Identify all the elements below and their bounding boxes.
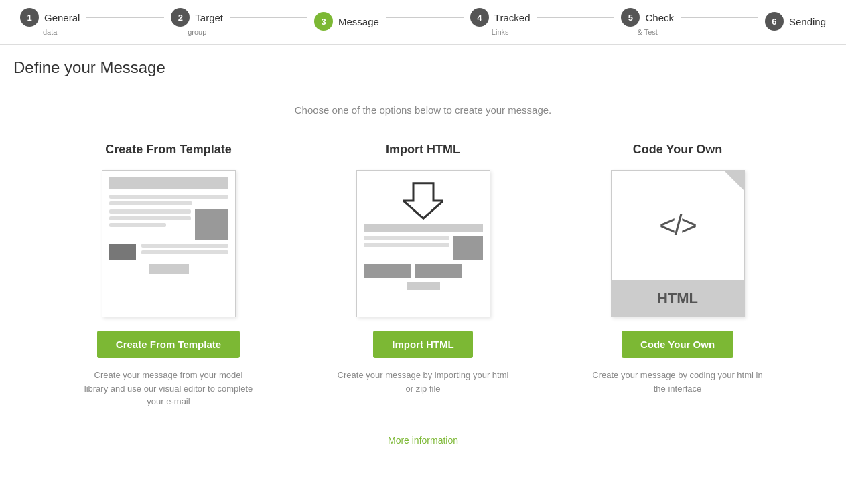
code-bottom-area: HTML xyxy=(612,280,744,317)
step-2-label: Target xyxy=(195,12,223,23)
page-title: Define your Message xyxy=(13,58,833,77)
step-6-label: Sending xyxy=(789,16,826,27)
import-html-button[interactable]: Import HTML xyxy=(373,331,472,358)
import-html-title: Import HTML xyxy=(386,143,460,157)
step-line-2 xyxy=(230,17,307,18)
code-your-own-title: Code Your Own xyxy=(633,143,722,157)
option-code-your-own: Code Your Own </> HTML Code Your Own Cre… xyxy=(551,143,805,395)
create-from-template-title: Create From Template xyxy=(105,143,232,157)
step-4-sub: Links xyxy=(492,28,509,36)
step-1: 1 General data xyxy=(20,8,80,36)
step-6-circle: 6 xyxy=(765,12,784,31)
create-from-template-desc: Create your message from your model libr… xyxy=(82,369,256,408)
code-your-own-illustration: </> HTML xyxy=(611,170,745,317)
step-3: 3 Message xyxy=(314,12,379,32)
create-from-template-button[interactable]: Create From Template xyxy=(97,331,240,358)
step-3-circle: 3 xyxy=(314,12,333,31)
tpl-bar xyxy=(109,177,228,189)
import-html-desc: Create your message by importing your ht… xyxy=(336,369,510,395)
step-6: 6 Sending xyxy=(765,12,826,32)
code-top-area: </> xyxy=(612,171,744,280)
step-1-sub: data xyxy=(43,28,57,36)
step-2-circle: 2 xyxy=(171,8,190,27)
stepper: 1 General data 2 Target group 3 Message … xyxy=(0,0,846,45)
step-line-1 xyxy=(86,17,164,18)
import-arrow-container xyxy=(403,181,443,224)
step-5: 5 Check & Test xyxy=(621,8,674,36)
step-line-3 xyxy=(386,17,464,18)
main-content: Choose one of the options below to creat… xyxy=(0,84,846,466)
step-5-circle: 5 xyxy=(621,8,640,27)
tpl-lines-top xyxy=(109,195,228,205)
step-4-circle: 4 xyxy=(470,8,489,27)
code-your-own-button[interactable]: Code Your Own xyxy=(622,331,733,358)
svg-marker-0 xyxy=(403,183,443,219)
step-3-label: Message xyxy=(338,16,379,27)
step-line-4 xyxy=(537,17,615,18)
step-2: 2 Target group xyxy=(171,8,223,36)
step-1-label: General xyxy=(44,12,80,23)
import-html-illustration xyxy=(356,170,490,317)
options-row: Create From Template xyxy=(42,143,805,408)
more-info-link[interactable]: More information xyxy=(388,435,458,446)
code-html-label: HTML xyxy=(657,290,698,307)
code-your-own-desc: Create your message by coding your html … xyxy=(591,369,765,395)
step-1-circle: 1 xyxy=(20,8,39,27)
step-4: 4 Tracked Links xyxy=(470,8,531,36)
step-2-sub: group xyxy=(188,28,206,36)
step-4-label: Tracked xyxy=(494,12,531,23)
download-arrow-icon xyxy=(403,181,443,221)
page-title-section: Define your Message xyxy=(0,45,846,84)
option-create-from-template: Create From Template xyxy=(42,143,296,408)
code-brackets-icon: </> xyxy=(659,209,696,242)
create-from-template-illustration xyxy=(102,170,236,317)
option-import-html: Import HTML xyxy=(296,143,551,395)
step-5-sub: & Test xyxy=(638,28,658,36)
subtitle: Choose one of the options below to creat… xyxy=(295,104,552,116)
step-line-5 xyxy=(681,17,758,18)
step-5-label: Check xyxy=(645,12,674,23)
